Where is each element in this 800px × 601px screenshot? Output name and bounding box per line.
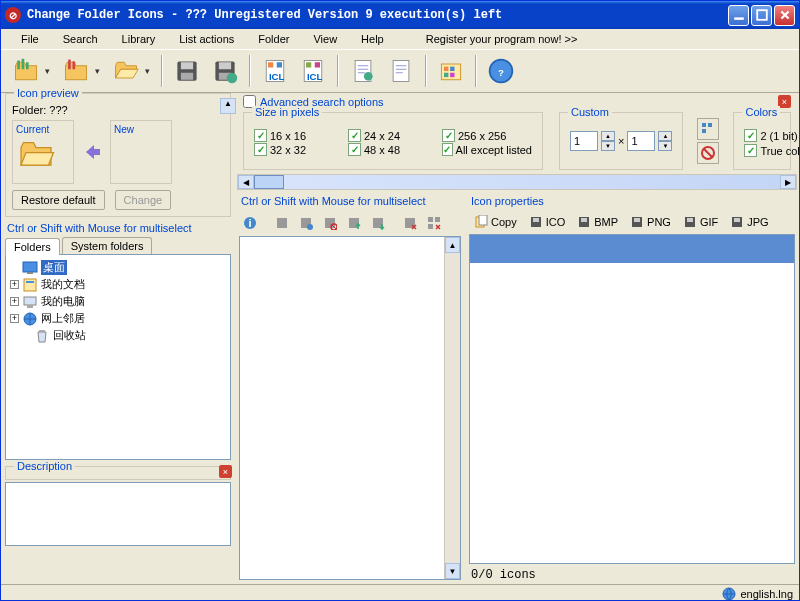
folder-label: Folder: [12, 104, 46, 116]
jpg-button[interactable]: JPG [725, 212, 773, 232]
tool-save2-button[interactable] [207, 53, 243, 89]
description-close-icon[interactable]: × [219, 465, 232, 478]
expand-icon[interactable]: + [10, 297, 19, 306]
tree-computer[interactable]: 我的电脑 [41, 294, 85, 309]
tab-folders[interactable]: Folders [5, 238, 60, 255]
close-button[interactable] [774, 5, 795, 26]
menu-file[interactable]: File [9, 31, 51, 47]
list-btn-6[interactable] [399, 212, 421, 234]
tool-doc1-button[interactable] [345, 53, 381, 89]
menu-view[interactable]: View [301, 31, 349, 47]
custom-width-spinner[interactable]: ▲▼ [601, 131, 615, 151]
svg-rect-48 [277, 218, 287, 228]
list-btn-2[interactable] [295, 212, 317, 234]
tool-icl2-button[interactable]: ICL [295, 53, 331, 89]
icon-list[interactable]: ▲▼ [239, 236, 461, 580]
properties-header [470, 235, 794, 263]
size-legend: Size in pixels [252, 106, 322, 118]
svg-rect-27 [441, 64, 460, 80]
svg-rect-4 [22, 59, 25, 70]
language-label[interactable]: english.lng [740, 588, 793, 600]
tool-help-button[interactable]: ? [483, 53, 519, 89]
globe-icon [722, 587, 736, 601]
restore-default-button[interactable]: Restore default [12, 190, 105, 210]
info-button[interactable]: i [239, 212, 261, 234]
color-true[interactable]: ✓True color (24 bit) [744, 144, 799, 157]
size-16[interactable]: ✓16 x 16 [254, 129, 344, 142]
expand-icon[interactable]: + [10, 280, 19, 289]
svg-rect-18 [277, 62, 282, 67]
tree-recycle[interactable]: 回收站 [53, 328, 86, 343]
tool-style1-button[interactable] [7, 53, 55, 89]
minimize-button[interactable] [728, 5, 749, 26]
custom-width-input[interactable]: 1 [570, 131, 598, 151]
tool-save-button[interactable] [169, 53, 205, 89]
menu-list-actions[interactable]: List actions [167, 31, 246, 47]
list-btn-7[interactable] [423, 212, 445, 234]
current-preview: Current [12, 120, 74, 184]
menu-help[interactable]: Help [349, 31, 396, 47]
titlebar: ⊘ Change Folder Icons - ??? Unregistered… [1, 1, 799, 29]
network-icon [22, 311, 38, 327]
tree-documents[interactable]: 我的文档 [41, 277, 85, 292]
description-area [5, 482, 231, 546]
icon-properties-legend: Icon properties [465, 192, 799, 210]
bmp-button[interactable]: BMP [572, 212, 623, 232]
apply-size-button[interactable] [697, 118, 719, 140]
tool-style2-button[interactable] [57, 53, 105, 89]
svg-rect-31 [450, 73, 454, 77]
svg-rect-22 [315, 62, 320, 67]
size-48[interactable]: ✓48 x 48 [348, 143, 438, 156]
menu-search[interactable]: Search [51, 31, 110, 47]
svg-rect-70 [734, 218, 740, 222]
icon-list-vscroll[interactable]: ▲▼ [444, 237, 460, 579]
ico-button[interactable]: ICO [524, 212, 571, 232]
svg-rect-57 [435, 217, 440, 222]
folder-tree[interactable]: 桌面 +我的文档 +我的电脑 +网上邻居 回收站 [5, 254, 231, 460]
svg-text:ICL: ICL [307, 71, 323, 82]
menu-folder[interactable]: Folder [246, 31, 301, 47]
menu-register[interactable]: Register your program now! >> [414, 31, 590, 47]
copy-button[interactable]: Copy [469, 212, 522, 232]
folder-icon [16, 135, 56, 175]
list-btn-5[interactable] [367, 212, 389, 234]
menubar: File Search Library List actions Folder … [1, 29, 799, 49]
tool-doc2-button[interactable] [383, 53, 419, 89]
svg-rect-39 [27, 305, 33, 308]
h-scrollbar[interactable]: ◀▶ [237, 174, 797, 190]
size-256[interactable]: ✓256 x 256 [442, 129, 532, 142]
size-all-except[interactable]: ✓All except listed [442, 143, 532, 156]
list-btn-4[interactable] [343, 212, 365, 234]
preview-scrollbar[interactable]: ▲ [220, 98, 236, 212]
tree-desktop[interactable]: 桌面 [41, 260, 67, 275]
size-24[interactable]: ✓24 x 24 [348, 129, 438, 142]
list-btn-3[interactable] [319, 212, 341, 234]
change-button[interactable]: Change [115, 190, 172, 210]
documents-icon [22, 277, 38, 293]
color-2[interactable]: ✓2 (1 bit) [744, 129, 797, 142]
tool-open-folder-button[interactable] [107, 53, 155, 89]
tool-icl1-button[interactable]: ICL [257, 53, 293, 89]
expand-icon[interactable]: + [10, 314, 19, 323]
clear-size-button[interactable] [697, 142, 719, 164]
tree-network[interactable]: 网上邻居 [41, 311, 85, 326]
custom-height-spinner[interactable]: ▲▼ [658, 131, 672, 151]
tool-grid-button[interactable] [433, 53, 469, 89]
svg-text:ICL: ICL [269, 71, 285, 82]
svg-rect-44 [702, 129, 706, 133]
png-button[interactable]: PNG [625, 212, 676, 232]
tab-system-folders[interactable]: System folders [62, 237, 153, 254]
svg-rect-38 [24, 297, 36, 305]
icon-counter: 0/0 icons [465, 566, 799, 584]
svg-rect-36 [24, 279, 36, 291]
custom-height-input[interactable]: 1 [627, 131, 655, 151]
new-preview: New [110, 120, 172, 184]
gif-button[interactable]: GIF [678, 212, 723, 232]
size-32[interactable]: ✓32 x 32 [254, 143, 344, 156]
menu-library[interactable]: Library [110, 31, 168, 47]
computer-icon [22, 294, 38, 310]
maximize-button[interactable] [751, 5, 772, 26]
svg-rect-0 [734, 17, 744, 19]
svg-rect-10 [181, 62, 193, 69]
list-btn-1[interactable] [271, 212, 293, 234]
